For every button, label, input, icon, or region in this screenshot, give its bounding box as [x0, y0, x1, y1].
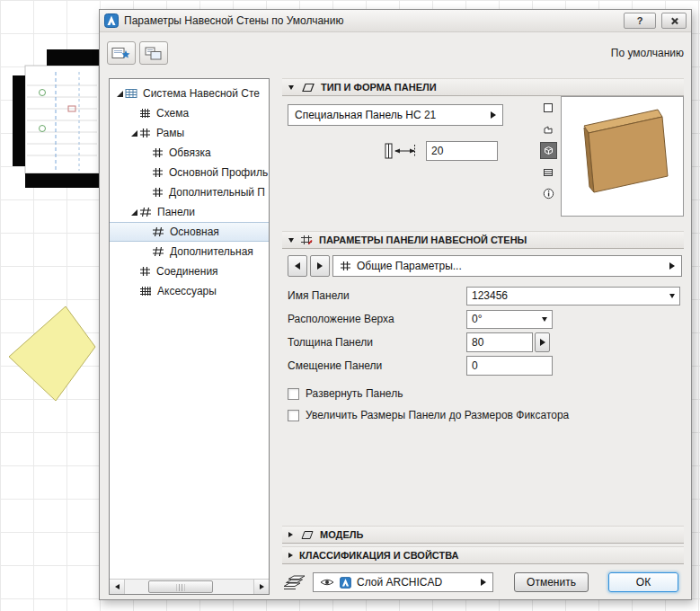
panel-name-combo[interactable]: 123456: [466, 287, 680, 306]
panel-name-value: 123456: [472, 289, 666, 302]
scroll-right-icon: [260, 584, 264, 589]
frame-grid-icon: [152, 187, 164, 198]
tree-item-frames[interactable]: Рамы: [110, 123, 269, 143]
panel-type-value: Специальная Панель НС 21: [295, 109, 485, 121]
scheme-grid-icon: [139, 108, 151, 119]
tree-item-scheme[interactable]: Схема: [110, 103, 269, 123]
parameter-page-value: Общие Параметры...: [357, 260, 664, 272]
page-grid-icon: [340, 261, 351, 271]
view-section-button[interactable]: [540, 164, 557, 181]
panel-3d-preview[interactable]: [561, 96, 684, 217]
dialog-toolbar: По умолчанию: [107, 40, 684, 66]
scrollbar-thumb[interactable]: [148, 580, 213, 593]
tree-item-additional-profile[interactable]: Дополнительный П: [110, 182, 269, 202]
transfer-settings-button[interactable]: [139, 41, 168, 65]
checkbox-row-enlarge-panel: Увеличить Размеры Панели до Размеров Фик…: [288, 409, 682, 421]
tree-horizontal-scrollbar[interactable]: [110, 579, 269, 594]
favorites-button[interactable]: [107, 41, 136, 65]
field-label: Толщина Панели: [288, 336, 466, 349]
field-row-panel-thickness: Толщина Панели: [288, 332, 682, 353]
field-row-panel-offset: Смещение Панели: [288, 355, 682, 376]
tree-item-accessories[interactable]: Аксессуары: [110, 281, 269, 301]
dialog-titlebar[interactable]: Параметры Навесной Стены по Умолчанию ?: [100, 10, 691, 32]
enlarge-panel-checkbox[interactable]: [288, 410, 299, 421]
section-header-panel-type[interactable]: ТИП И ФОРМА ПАНЕЛИ: [282, 78, 684, 96]
section-expanded-icon: [288, 85, 294, 90]
next-icon: [317, 262, 323, 270]
prev-page-button[interactable]: [288, 255, 307, 277]
next-page-button[interactable]: [310, 255, 330, 277]
panel-preview-image: [562, 97, 683, 216]
field-row-panel-name: Имя Панели 123456: [288, 285, 682, 306]
scroll-left-button[interactable]: [110, 580, 125, 594]
tree-item-system[interactable]: Система Навесной Сте: [110, 84, 269, 103]
view-3d-button[interactable]: [540, 142, 557, 159]
panel-type-dropdown[interactable]: Специальная Панель НС 21: [288, 104, 503, 126]
preview-mode-buttons: [539, 99, 557, 202]
frame-grid-icon: [152, 147, 164, 158]
table-icon: [125, 88, 137, 99]
layer-dropdown[interactable]: Слой ARCHICAD: [313, 572, 493, 592]
section-header-model[interactable]: МОДЕЛЬ: [282, 526, 684, 544]
view-outline-button[interactable]: [540, 99, 557, 116]
expand-arrow-icon[interactable]: [117, 91, 123, 97]
checkbox-row-flip-panel: Развернуть Панель: [288, 387, 682, 400]
tree-items: Система Навесной Сте Схема Рамы: [110, 79, 269, 579]
close-icon: [670, 17, 678, 25]
tree-item-label: Обвязка: [169, 146, 211, 159]
dialog-title: Параметры Навесной Стены по Умолчанию: [124, 14, 343, 27]
tree-item-label: Соединения: [156, 265, 218, 278]
section-title: КЛАССИФИКАЦИЯ И СВОЙСТВА: [299, 550, 459, 561]
cube-view-icon: [543, 145, 554, 156]
close-button[interactable]: [661, 13, 687, 29]
flip-panel-checkbox[interactable]: [288, 388, 299, 400]
panel-shape-icon: [300, 83, 315, 93]
yellow-panel-shape[interactable]: [9, 306, 95, 401]
expand-arrow-icon[interactable]: [131, 130, 137, 137]
section-expanded-icon: [288, 238, 294, 243]
section-header-classification[interactable]: КЛАССИФИКАЦИЯ И СВОЙСТВА: [282, 546, 684, 564]
expand-arrow-icon[interactable]: [131, 209, 137, 216]
favorites-star-icon: [111, 46, 131, 61]
tree-item-label: Основная: [170, 226, 219, 238]
transfer-settings-icon: [144, 46, 164, 61]
layer-value: Слой ARCHICAD: [357, 576, 475, 589]
panel-offset-input[interactable]: [466, 356, 553, 376]
ok-button[interactable]: ОК: [608, 572, 678, 592]
scroll-right-button[interactable]: [253, 580, 269, 594]
default-label: По умолчанию: [611, 47, 684, 59]
tree-item-main-profile[interactable]: Основной Профиль: [110, 163, 269, 182]
view-elevation-button[interactable]: [540, 120, 557, 137]
picker-arrow-icon: [540, 339, 545, 346]
thickness-picker-button[interactable]: [535, 332, 550, 352]
outline-view-icon: [543, 102, 554, 113]
field-label: Смещение Панели: [288, 359, 466, 372]
top-position-combo[interactable]: 0°: [466, 310, 553, 329]
tree-item-main-panel[interactable]: Основная: [110, 222, 269, 242]
parameter-page-dropdown[interactable]: Общие Параметры...: [332, 255, 682, 277]
curtain-wall-settings-dialog: Параметры Навесной Стены по Умолчанию ? …: [99, 9, 692, 600]
panel-thickness-row: [383, 141, 498, 161]
parameter-page-row: Общие Параметры...: [288, 255, 682, 277]
panel-thickness-input[interactable]: [426, 141, 498, 161]
model-panel-icon: [299, 530, 314, 540]
info-button[interactable]: [540, 185, 557, 202]
panel-thickness-field[interactable]: [466, 332, 533, 352]
plan-wall-left: [13, 75, 25, 166]
plan-wall-top: [47, 49, 99, 66]
tree-item-additional-panel[interactable]: Дополнительная: [110, 242, 269, 261]
structure-tree: Система Навесной Сте Схема Рамы: [109, 78, 270, 595]
dialog-footer: Слой ARCHICAD Отменить ОК: [282, 571, 684, 594]
settings-content: ТИП И ФОРМА ПАНЕЛИ Специальная Панель НС…: [282, 78, 684, 594]
section-header-panel-params[interactable]: ПАРАМЕТРЫ ПАНЕЛИ НАВЕСНОЙ СТЕНЫ: [282, 231, 684, 249]
layers-icon[interactable]: [282, 574, 306, 591]
cancel-button[interactable]: Отменить: [514, 572, 589, 592]
panel-thickness-icon: [383, 141, 419, 161]
tree-item-joints[interactable]: Соединения: [110, 261, 269, 281]
archicad-layer-icon: [340, 577, 351, 589]
tree-item-boundary-frame[interactable]: Обвязка: [110, 143, 269, 163]
tree-item-panels[interactable]: Панели: [110, 202, 269, 222]
tree-item-label: Основной Профиль: [169, 166, 268, 179]
combo-arrow-icon: [542, 317, 547, 322]
help-button[interactable]: ?: [624, 13, 656, 29]
